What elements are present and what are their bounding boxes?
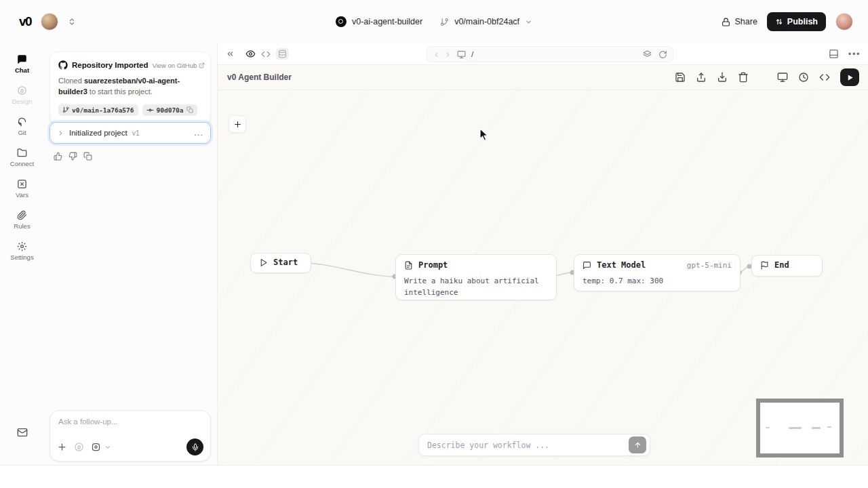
nav-back-icon[interactable] [433, 51, 440, 58]
v0-logo[interactable]: v0 [19, 14, 31, 29]
sidebar-label: Settings [10, 253, 33, 261]
plus-icon[interactable] [57, 442, 67, 452]
sidebar-item-chat[interactable]: Chat [2, 49, 43, 80]
task-menu-button[interactable]: ... [194, 131, 203, 135]
copy-icon[interactable] [83, 152, 92, 161]
lock-icon [722, 18, 730, 26]
database-view-icon[interactable] [276, 48, 289, 60]
chat-icon [17, 54, 27, 64]
run-workflow-button[interactable] [840, 68, 859, 86]
publish-button[interactable]: Publish [767, 12, 826, 31]
agent-builder-header: v0 Agent Builder [218, 65, 868, 90]
publish-label: Publish [787, 17, 818, 26]
chevron-right-icon[interactable] [57, 129, 64, 137]
sidebar-item-connect[interactable]: Connect [2, 142, 43, 174]
sidebar-item-design[interactable]: Design [2, 80, 43, 111]
node-model-params: temp: 0.7 max: 300 [574, 275, 740, 293]
variable-icon [17, 179, 27, 189]
followup-input-card[interactable]: Ask a follow-up... [50, 410, 211, 462]
code-view-icon[interactable] [261, 49, 271, 59]
code-icon[interactable] [819, 72, 830, 83]
workflow-prompt-bar[interactable]: Describe your workflow ... [418, 434, 650, 456]
design-icon [17, 85, 27, 96]
screen-icon[interactable] [457, 50, 466, 59]
canvas-minimap[interactable] [756, 399, 844, 458]
sidebar-item-git[interactable]: Git [2, 111, 43, 142]
upload-icon[interactable] [696, 72, 707, 83]
user-avatar[interactable] [835, 13, 853, 30]
branch-badge[interactable]: v0/main-1a76a576 [58, 104, 138, 116]
project-icon [336, 16, 347, 27]
thumbs-up-icon[interactable] [54, 152, 62, 161]
app-bottom-divider [0, 465, 868, 466]
trash-icon[interactable] [738, 72, 749, 83]
task-initialized-project[interactable]: Initialized project v1 ... [50, 122, 211, 144]
address-bar[interactable]: / [427, 46, 673, 62]
publish-arrows-icon [775, 18, 783, 26]
history-clock-icon[interactable] [798, 72, 809, 83]
sidebar-item-rules[interactable]: Rules [2, 205, 43, 236]
paperclip-icon [17, 210, 27, 220]
github-mark-icon [58, 60, 68, 70]
sidebar-label: Vars [16, 191, 28, 199]
sidebar-item-settings[interactable]: Settings [2, 236, 43, 267]
panel-bottom-icon[interactable] [829, 49, 839, 59]
commit-badge[interactable]: 90d070a [142, 104, 197, 116]
gear-icon [17, 241, 27, 251]
task-version-badge: v1 [132, 129, 140, 137]
sidebar-rail: Chat Design Git Connect Vars [0, 43, 44, 465]
folder-icon [17, 148, 27, 158]
voice-input-button[interactable] [186, 439, 203, 455]
model-select-icon[interactable] [91, 442, 101, 452]
thumbs-down-icon[interactable] [68, 152, 77, 161]
copy-icon[interactable] [186, 106, 193, 113]
node-prompt[interactable]: Prompt Write a haiku about artificial in… [395, 254, 557, 300]
chevrons-up-down-icon[interactable] [68, 18, 76, 26]
refresh-icon[interactable] [658, 50, 667, 59]
add-node-button[interactable] [229, 115, 246, 133]
commit-badge-label: 90d070a [157, 106, 184, 114]
workspace-avatar[interactable] [41, 13, 58, 30]
github-icon [17, 117, 27, 127]
sidebar-label: Chat [15, 66, 29, 74]
chat-panel: Repository Imported View on GitHub Clone… [44, 43, 217, 465]
workflow-submit-button[interactable] [629, 436, 646, 453]
preview-area: / ••• v0 Agent Builder [217, 43, 868, 465]
share-label: Share [734, 17, 757, 26]
collapse-panel-icon[interactable] [226, 49, 235, 58]
view-on-github-label: View on GitHub [152, 62, 197, 69]
design-attach-icon[interactable] [74, 442, 84, 452]
file-text-icon [404, 261, 413, 270]
sidebar-item-vars[interactable]: Vars [2, 174, 43, 205]
workflow-canvas[interactable]: Start Prompt Write a haiku about artific… [218, 90, 868, 465]
nav-forward-icon[interactable] [444, 51, 452, 58]
share-button[interactable]: Share [722, 17, 757, 26]
mail-icon[interactable] [17, 427, 28, 438]
preview-eye-icon[interactable] [245, 49, 256, 59]
branch-name[interactable]: v0/main-0bf24acf [454, 17, 519, 26]
node-end[interactable]: End [751, 255, 823, 277]
app-window: v0 v0-ai-agent-builder v0/main-0bf24acf [0, 0, 868, 488]
sidebar-label: Design [12, 98, 33, 105]
url-path[interactable]: / [471, 50, 637, 58]
view-on-github-link[interactable]: View on GitHub [152, 62, 205, 69]
project-name[interactable]: v0-ai-agent-builder [352, 17, 422, 26]
sidebar-label: Rules [14, 222, 30, 230]
monitor-icon[interactable] [777, 72, 788, 83]
chevron-down-icon[interactable] [525, 18, 532, 26]
followup-input[interactable]: Ask a follow-up... [58, 418, 202, 426]
layers-icon[interactable] [643, 50, 652, 59]
more-options-button[interactable]: ••• [848, 51, 861, 58]
git-branch-icon [62, 106, 69, 113]
node-start[interactable]: Start [250, 253, 311, 273]
workflow-prompt-input[interactable]: Describe your workflow ... [427, 441, 629, 450]
task-label: Initialized project [69, 129, 127, 137]
chevron-down-icon[interactable] [104, 444, 111, 451]
save-icon[interactable] [675, 72, 686, 83]
flag-icon [760, 261, 769, 270]
repo-card-body: Cloned suarezesteban/v0-ai-agent-builder… [58, 76, 202, 98]
git-branch-icon [440, 18, 449, 26]
download-icon[interactable] [717, 72, 728, 83]
breadcrumb: v0-ai-agent-builder v0/main-0bf24acf [336, 0, 532, 43]
node-text-model[interactable]: Text Model gpt-5-mini temp: 0.7 max: 300 [574, 254, 741, 291]
